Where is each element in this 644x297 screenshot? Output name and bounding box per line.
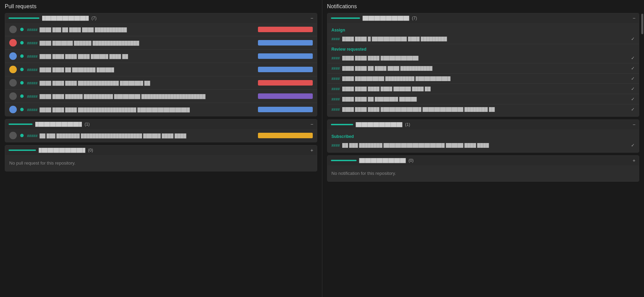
repo-count-2: (0): [88, 148, 93, 153]
notif-count-2: (0): [409, 158, 414, 163]
pr-info: #####████ ████ ██████ ██████████ ███████…: [27, 94, 255, 99]
pr-info: #####████ ███ ██ ████ ████ ███████████: [27, 27, 255, 32]
check-icon[interactable]: ✓: [631, 36, 635, 41]
notif-text: #### ████ ████ █ ████████████ ████ █████…: [332, 37, 629, 41]
repo-label-0: ████████████████: [42, 16, 89, 21]
notif-item[interactable]: #### ████ ████ ████ ██████████████ █████…: [327, 104, 639, 114]
pull-requests-title: Pull requests: [5, 3, 317, 10]
notif-repo-section-1: ████████████████(1)−Subscribed#### ██ ██…: [327, 119, 640, 153]
notif-list-1: Subscribed#### ██ ███ ████████ █████████…: [327, 129, 639, 152]
check-icon[interactable]: ✓: [631, 55, 635, 61]
check-icon[interactable]: ✓: [631, 86, 635, 91]
notif-item[interactable]: #### ████ ████ ████ █████████████✓: [327, 53, 639, 63]
status-dot: [20, 108, 24, 111]
pr-label-badge: [258, 93, 313, 99]
avatar: [9, 66, 17, 73]
avatar: [9, 106, 17, 113]
check-icon[interactable]: ✓: [631, 66, 635, 71]
pr-label-badge: [258, 107, 313, 112]
notif-label-0: ████████████████: [363, 16, 409, 21]
notif-repo-section-0: ████████████████(7)−Assign#### ████ ████…: [327, 13, 640, 117]
pr-repo-header-1[interactable]: ████████████████(1)−: [5, 119, 317, 129]
notif-item[interactable]: #### ██ ███ ████████ ███████████████████…: [327, 140, 639, 150]
notif-item[interactable]: #### ████ ████ ██ ████ ████ ███████████✓: [327, 63, 639, 74]
notif-item[interactable]: #### ████ ██████████ ██████████ ████████…: [327, 74, 639, 84]
check-icon[interactable]: ✓: [631, 76, 635, 81]
pr-title: ████ ████ ████ ████ ██████ ████ ██: [40, 54, 128, 59]
notifications-panel: Notifications ████████████████(7)−Assign…: [322, 0, 644, 297]
pr-item[interactable]: #####████ ████ ████ ████ ██████ ████ ██: [5, 50, 317, 63]
notif-label-1: ████████████████: [356, 122, 402, 127]
pr-item[interactable]: #####████ ████ ██████ ██████████ ███████…: [5, 90, 317, 103]
pr-info: #####████ ████ ████ ████ ██████ ████ ██: [27, 54, 255, 59]
notif-number: ####: [332, 37, 341, 41]
avatar: [9, 39, 17, 47]
pr-title: ████ ████ ████ ████████████████████ ████…: [40, 107, 190, 112]
collapse-icon-0[interactable]: −: [310, 15, 313, 21]
pr-title: ████ ████ ████ ██████████████ ████████ █…: [40, 81, 150, 86]
pr-number: #####: [27, 68, 38, 72]
pr-info: #####████ ████ ██ ████████ ██████: [27, 67, 255, 72]
notif-collapse-icon-2[interactable]: +: [633, 158, 635, 163]
pr-title: ████ ███ ██ ████ ████ ███████████: [40, 27, 127, 32]
notif-repo-header-0[interactable]: ████████████████(7)−: [327, 13, 639, 23]
pr-number: #####: [27, 108, 38, 112]
notif-item[interactable]: #### ████ ████ ████ ████ ██████ ████ ██✓: [327, 84, 639, 94]
collapse-icon-2[interactable]: +: [310, 147, 313, 153]
status-dot: [20, 94, 24, 98]
avatar: [9, 132, 17, 139]
avatar: [9, 52, 17, 60]
scrollbar[interactable]: [641, 14, 643, 34]
notif-count-1: (1): [405, 122, 410, 127]
notif-text: #### ████ ████ ████ ██████████████ █████…: [332, 107, 629, 112]
pr-number: #####: [27, 41, 38, 45]
pr-item[interactable]: #####████ ███████ ██████ ███████████████…: [5, 36, 317, 50]
pr-item[interactable]: #####████ ████ ████ ██████████████ █████…: [5, 76, 317, 90]
pr-item[interactable]: #####████ ███ ██ ████ ████ ███████████: [5, 23, 317, 36]
pr-label-badge: [258, 80, 313, 86]
notif-collapse-icon-0[interactable]: −: [633, 15, 635, 21]
collapse-icon-1[interactable]: −: [310, 121, 313, 127]
notif-category-label: Assign: [327, 25, 639, 34]
notif-number: ####: [332, 56, 341, 60]
notif-list-0: Assign#### ████ ████ █ ████████████ ████…: [327, 23, 639, 116]
pr-info: #####████ ████ ████ ████████████████████…: [27, 107, 255, 112]
check-icon[interactable]: ✓: [631, 96, 635, 102]
pr-repo-header-2[interactable]: ████████████████(0)+: [5, 145, 317, 155]
check-icon[interactable]: ✓: [631, 107, 635, 112]
empty-message: No pull request for this repository.: [5, 155, 317, 171]
pr-item[interactable]: #####██ ███ ████████ ███████████████████…: [5, 129, 317, 142]
pr-list-0: #####████ ███ ██ ████ ████ ███████████##…: [5, 23, 317, 116]
repo-count-0: (7): [91, 16, 97, 21]
status-dot: [20, 68, 24, 71]
pr-item[interactable]: #####████ ████ ████ ████████████████████…: [5, 103, 317, 116]
pr-repo-section-1: ████████████████(1)−#####██ ███ ████████…: [5, 119, 317, 142]
notif-collapse-icon-1[interactable]: −: [633, 122, 635, 127]
notif-item[interactable]: #### ████ ████ █ ████████████ ████ █████…: [327, 34, 639, 44]
pr-repo-header-0[interactable]: ████████████████(7)−: [5, 13, 317, 23]
notif-count-0: (7): [412, 16, 417, 21]
pr-number: #####: [27, 28, 38, 32]
notif-item[interactable]: #### ████ ████ ██ ████████ ██████✓: [327, 94, 639, 104]
notif-bar-1: [331, 124, 353, 125]
pr-label-badge: [258, 53, 313, 59]
notif-repo-section-2: ████████████████(0)+No notification for …: [327, 155, 640, 182]
repo-bar-1: [9, 124, 33, 125]
notif-repo-header-2[interactable]: ████████████████(0)+: [327, 156, 639, 165]
notif-text: #### ████ ████ ██ ████████ ██████: [332, 97, 629, 102]
pr-number: #####: [27, 81, 38, 85]
repo-count-1: (1): [85, 122, 90, 127]
pr-label-badge: [258, 67, 313, 72]
pr-info: #####████ ███████ ██████ ███████████████…: [27, 40, 255, 46]
repo-label-1: ████████████████: [35, 122, 82, 127]
check-icon[interactable]: ✓: [631, 143, 635, 148]
pr-repo-section-0: ████████████████(7)−#####████ ███ ██ ███…: [5, 13, 317, 116]
repo-bar-0: [9, 17, 39, 19]
pr-label-badge: [258, 40, 313, 46]
notif-empty-message: No notification for this repository.: [327, 165, 639, 181]
notif-category-label: Subscribed: [327, 131, 639, 140]
notif-text: #### ████ ██████████ ██████████ ████████…: [332, 76, 629, 81]
pr-item[interactable]: #####████ ████ ██ ████████ ██████: [5, 63, 317, 76]
notif-repo-header-1[interactable]: ████████████████(1)−: [327, 120, 639, 129]
notif-number: ####: [332, 107, 341, 112]
